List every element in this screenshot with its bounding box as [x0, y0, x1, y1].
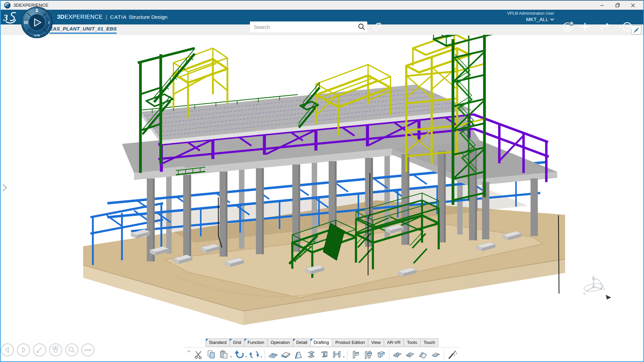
3d-compass-widget[interactable]: 3D V+R i: [21, 6, 53, 39]
toolbar-separator: [444, 350, 444, 360]
cut-button[interactable]: [193, 349, 205, 361]
user-avatar-button[interactable]: [562, 21, 574, 33]
bent-plate-button[interactable]: [417, 349, 429, 361]
slot-button[interactable]: [404, 349, 416, 361]
help-button[interactable]: ?: [621, 21, 633, 33]
new-tab-button[interactable]: +: [111, 25, 119, 33]
ribbon-tab-drafting[interactable]: Drafting: [311, 339, 332, 347]
document-tab-label: EAS_PLANT_UNIT_01_EBS: [49, 26, 117, 32]
ribbon-tab-ar-vr[interactable]: AR-VR: [384, 339, 404, 347]
ribbon-tab-function[interactable]: Function: [245, 339, 268, 347]
dassault-logo: 3: [3, 10, 20, 24]
share-button[interactable]: [599, 21, 611, 33]
curved-plate-button[interactable]: [430, 349, 442, 361]
collapse-icon: [633, 27, 640, 34]
top-bar: 3 3DEXPERIENCE | CATIA Structure Design …: [0, 10, 644, 24]
ribbon-tab-view[interactable]: View: [368, 339, 384, 347]
3d-viewport[interactable]: X Y Z: [0, 35, 644, 362]
plate-button[interactable]: [292, 349, 305, 361]
search-icon[interactable]: [357, 22, 366, 31]
close-button[interactable]: [625, 1, 641, 10]
search-box: [250, 21, 367, 32]
add-content-button[interactable]: [579, 21, 591, 33]
toolbar-separator: [389, 350, 389, 360]
scissors-icon: [194, 350, 204, 360]
slab-button[interactable]: [280, 349, 292, 361]
ribbon-tab-standard[interactable]: Standard: [206, 339, 230, 347]
compass-west-label[interactable]: 3D: [24, 21, 28, 24]
end-cut-icon: [351, 350, 361, 360]
document-tab[interactable]: EAS_PLANT_UNIT_01_EBS: [49, 26, 117, 34]
ribbon-tab-product-edition[interactable]: Product Edition: [332, 339, 368, 347]
title-bar: 3DEXPERIENCE: [0, 1, 644, 10]
brand-3d: 3D: [57, 14, 65, 20]
grid-icon: [268, 350, 278, 360]
profile-icon: [332, 350, 342, 360]
coping-icon: [376, 350, 386, 360]
collab-space-selector[interactable]: MKT_ALL: [507, 16, 554, 23]
chevron-down-icon: [550, 18, 554, 21]
action-bar-toolbar: [184, 347, 460, 362]
channel-button[interactable]: [318, 349, 330, 361]
double-end-cut-icon: [363, 350, 373, 360]
paste-icon: [219, 350, 229, 360]
restore-icon: [615, 3, 620, 7]
workbench-name: Structure Design: [129, 14, 167, 20]
tag-button[interactable]: [370, 20, 383, 33]
ribbon-tab-touch[interactable]: Touch: [421, 339, 439, 347]
close-icon: [631, 3, 635, 7]
axis-x-label: X: [583, 292, 585, 295]
hole-button[interactable]: [391, 349, 404, 361]
compass-south-label[interactable]: V+R: [34, 34, 40, 37]
undo-button[interactable]: [233, 349, 245, 361]
expand-panel-chevron[interactable]: [1, 183, 8, 193]
coping-button[interactable]: [375, 349, 387, 361]
axis-triad[interactable]: X Y Z: [583, 275, 605, 296]
restore-button[interactable]: [610, 1, 625, 10]
user-block: VPLM Administration User MKT_ALL: [507, 11, 554, 23]
profile-button[interactable]: [331, 349, 343, 361]
double-end-cut-button[interactable]: [362, 349, 374, 361]
app-name: CATIA: [110, 14, 127, 20]
channel-icon: [319, 350, 329, 360]
beam-button[interactable]: [305, 349, 317, 361]
svg-text:3: 3: [3, 13, 8, 23]
update-button[interactable]: [248, 349, 260, 361]
hole-icon: [392, 350, 402, 360]
share-arrow-icon: [601, 25, 607, 31]
brand-divider: |: [106, 14, 107, 20]
wand-button[interactable]: [446, 349, 458, 361]
undo-dropdown-caret[interactable]: [245, 356, 247, 358]
ribbon-tab-operation[interactable]: Operation: [268, 339, 293, 347]
active-tab-underline: [49, 33, 117, 34]
toolbar-collapse-chevron[interactable]: [186, 350, 192, 360]
magic-wand-icon: [447, 350, 457, 360]
corner-resize-notch: [606, 295, 611, 299]
brand-experience: EXPERIENCE: [65, 14, 103, 20]
svg-text:?: ?: [626, 24, 629, 30]
copy-icon: [206, 350, 216, 360]
paste-button[interactable]: [218, 349, 230, 361]
minimize-button[interactable]: [594, 1, 610, 10]
axis-y-label: Y: [603, 288, 605, 291]
application-window: 3DEXPERIENCE 3 3DEXPERIENCE |: [0, 0, 644, 362]
plate-icon: [293, 350, 304, 360]
search-input[interactable]: [250, 24, 357, 30]
update-icon: [249, 350, 259, 360]
update-dropdown-caret[interactable]: [260, 356, 262, 358]
chevron-right-icon: [3, 184, 6, 191]
bent-plate-icon: [418, 350, 428, 360]
grid-design-button[interactable]: [267, 349, 279, 361]
model-3d-scene[interactable]: X Y Z: [0, 35, 644, 362]
brand-title: 3DEXPERIENCE | CATIA Structure Design: [57, 10, 167, 24]
collab-space-label: MKT_ALL: [526, 16, 548, 23]
copy-button[interactable]: [205, 349, 217, 361]
slot-icon: [405, 350, 415, 360]
toolbar-separator: [347, 350, 347, 360]
profile-dropdown-caret[interactable]: [343, 356, 345, 358]
ribbon-tab-detail[interactable]: Detail: [293, 339, 311, 347]
end-cut-button[interactable]: [350, 349, 362, 361]
paste-dropdown-caret[interactable]: [230, 356, 232, 358]
ribbon-tab-tools[interactable]: Tools: [404, 339, 420, 347]
ribbon-tab-grid[interactable]: Grid: [230, 339, 245, 347]
